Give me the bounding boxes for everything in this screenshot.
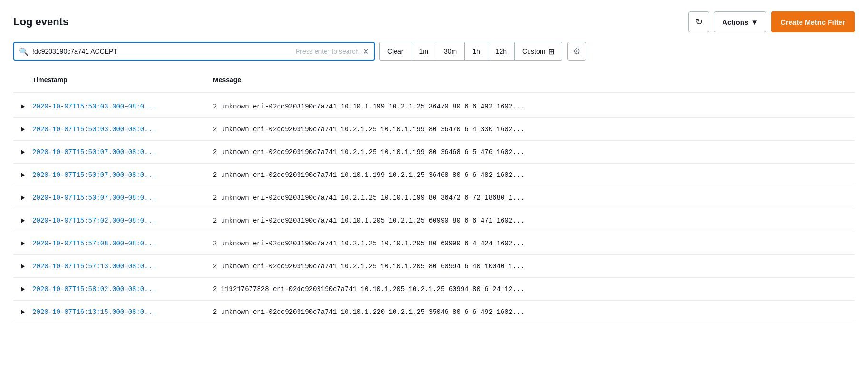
settings-button[interactable]: ⚙ (567, 42, 586, 61)
timestamp-cell: 2020-10-07T16:13:15.000+08:0... (32, 303, 213, 322)
expand-arrow-icon (21, 264, 25, 269)
search-input[interactable] (32, 48, 292, 55)
create-label: Create Metric Filter (781, 18, 845, 26)
refresh-icon: ↻ (695, 17, 703, 27)
table-header: Timestamp Message (13, 72, 855, 93)
timestamp-cell: 2020-10-07T15:50:03.000+08:0... (32, 120, 213, 139)
clear-filter-button[interactable]: Clear (379, 42, 411, 61)
expand-row-button[interactable] (13, 264, 32, 269)
timestamp-cell: 2020-10-07T15:57:02.000+08:0... (32, 211, 213, 230)
message-cell: 2 unknown eni-02dc9203190c7a741 10.2.1.2… (213, 257, 855, 276)
actions-label: Actions (722, 18, 748, 26)
expand-row-button[interactable] (13, 218, 32, 223)
message-cell: 2 unknown eni-02dc9203190c7a741 10.2.1.2… (213, 120, 855, 139)
expand-col-header (13, 72, 32, 88)
table-row: 2020-10-07T15:50:07.000+08:0...2 unknown… (13, 186, 855, 209)
table-row: 2020-10-07T15:50:03.000+08:0...2 unknown… (13, 95, 855, 118)
search-container: 🔍 Press enter to search ✕ (13, 42, 375, 61)
expand-arrow-icon (21, 173, 25, 177)
message-cell: 2 unknown eni-02dc9203190c7a741 10.2.1.2… (213, 234, 855, 253)
page-title: Log events (13, 16, 68, 28)
message-cell: 2 unknown eni-02dc9203190c7a741 10.2.1.2… (213, 188, 855, 207)
clear-search-icon[interactable]: ✕ (363, 47, 369, 56)
expand-arrow-icon (21, 241, 25, 246)
table-row: 2020-10-07T15:57:13.000+08:0...2 unknown… (13, 255, 855, 278)
12h-filter-button[interactable]: 12h (488, 42, 515, 61)
table-row: 2020-10-07T15:58:02.000+08:0...2 1192176… (13, 278, 855, 301)
refresh-button[interactable]: ↻ (688, 11, 709, 32)
search-placeholder: Press enter to search (296, 48, 359, 55)
create-metric-filter-button[interactable]: Create Metric Filter (771, 11, 855, 32)
table-row: 2020-10-07T15:50:07.000+08:0...2 unknown… (13, 164, 855, 186)
timestamp-cell: 2020-10-07T15:50:03.000+08:0... (32, 97, 213, 116)
timestamp-cell: 2020-10-07T15:50:07.000+08:0... (32, 188, 213, 207)
timestamp-cell: 2020-10-07T15:57:13.000+08:0... (32, 257, 213, 276)
filter-buttons: Clear 1m 30m 1h 12h Custom ⊞ (379, 42, 562, 61)
1h-filter-button[interactable]: 1h (464, 42, 488, 61)
custom-label: Custom (522, 48, 545, 55)
expand-arrow-icon (21, 127, 25, 132)
timestamp-cell: 2020-10-07T15:50:07.000+08:0... (32, 143, 213, 162)
message-cell: 2 unknown eni-02dc9203190c7a741 10.10.1.… (213, 211, 855, 230)
message-cell: 2 unknown eni-02dc9203190c7a741 10.10.1.… (213, 303, 855, 322)
actions-button[interactable]: Actions ▼ (714, 11, 766, 32)
message-cell: 2 unknown eni-02dc9203190c7a741 10.2.1.2… (213, 143, 855, 162)
table-row: 2020-10-07T15:50:07.000+08:0...2 unknown… (13, 141, 855, 164)
timestamp-cell: 2020-10-07T15:57:08.000+08:0... (32, 234, 213, 253)
expand-row-button[interactable] (13, 150, 32, 155)
table-row: 2020-10-07T15:57:08.000+08:0...2 unknown… (13, 232, 855, 255)
log-events-table: Timestamp Message 2020-10-07T15:50:03.00… (13, 72, 855, 323)
custom-filter-button[interactable]: Custom ⊞ (515, 42, 562, 61)
expand-arrow-icon (21, 104, 25, 109)
expand-row-button[interactable] (13, 241, 32, 246)
table-row: 2020-10-07T16:13:15.000+08:0...2 unknown… (13, 301, 855, 323)
expand-arrow-icon (21, 196, 25, 200)
expand-row-button[interactable] (13, 104, 32, 109)
search-icon: 🔍 (19, 47, 29, 56)
expand-arrow-icon (21, 218, 25, 223)
expand-arrow-icon (21, 310, 25, 314)
table-row: 2020-10-07T15:50:03.000+08:0...2 unknown… (13, 118, 855, 141)
expand-row-button[interactable] (13, 196, 32, 200)
expand-row-button[interactable] (13, 287, 32, 292)
search-row: 🔍 Press enter to search ✕ Clear 1m 30m 1… (13, 42, 855, 61)
message-cell: 2 119217677828 eni-02dc9203190c7a741 10.… (213, 280, 855, 299)
table-row: 2020-10-07T15:57:02.000+08:0...2 unknown… (13, 209, 855, 232)
page-header: Log events ↻ Actions ▼ Create Metric Fil… (13, 11, 855, 32)
message-col-header: Message (213, 72, 855, 88)
30m-filter-button[interactable]: 30m (436, 42, 464, 61)
settings-icon: ⚙ (573, 46, 580, 57)
message-cell: 2 unknown eni-02dc9203190c7a741 10.10.1.… (213, 97, 855, 116)
dropdown-icon: ▼ (751, 18, 758, 26)
timestamp-cell: 2020-10-07T15:58:02.000+08:0... (32, 280, 213, 299)
expand-arrow-icon (21, 287, 25, 292)
table-body: 2020-10-07T15:50:03.000+08:0...2 unknown… (13, 95, 855, 323)
expand-arrow-icon (21, 150, 25, 155)
custom-grid-icon: ⊞ (548, 47, 554, 56)
message-cell: 2 unknown eni-02dc9203190c7a741 10.10.1.… (213, 166, 855, 185)
expand-row-button[interactable] (13, 310, 32, 314)
expand-row-button[interactable] (13, 127, 32, 132)
timestamp-col-header: Timestamp (32, 72, 213, 88)
1m-filter-button[interactable]: 1m (411, 42, 435, 61)
timestamp-cell: 2020-10-07T15:50:07.000+08:0... (32, 166, 213, 185)
expand-row-button[interactable] (13, 173, 32, 177)
header-actions: ↻ Actions ▼ Create Metric Filter (688, 11, 855, 32)
